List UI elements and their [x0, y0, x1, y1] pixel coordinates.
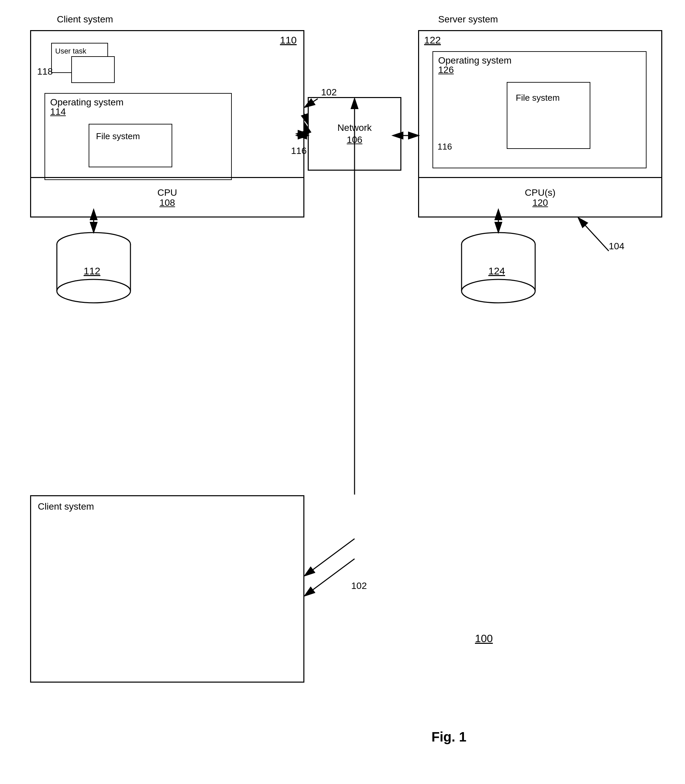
client-system-top-label: Client system — [57, 14, 113, 25]
cylinder-top-112 — [57, 233, 130, 256]
fs-box: File system — [89, 124, 172, 167]
server-cpu-id: 120 — [532, 197, 548, 208]
svg-line-3 — [304, 114, 308, 124]
fs-label: File system — [96, 131, 140, 142]
client-system-bottom-box: Client system — [30, 495, 304, 683]
client-box-id: 110 — [280, 34, 297, 46]
label-112: 112 — [84, 265, 100, 277]
client-system-bottom-label: Client system — [38, 501, 94, 512]
network-box: Network 106 — [308, 97, 401, 171]
network-label: Network — [338, 122, 372, 133]
arrow-102-bottom-1 — [305, 539, 355, 576]
cpu-divider — [31, 177, 304, 178]
cylinder-bottom-124 — [462, 280, 535, 303]
server-os-box: Operating system 126 File system — [432, 51, 646, 168]
arrow-network-to-client — [305, 124, 308, 134]
cpu-label: CPU — [157, 187, 177, 198]
server-system-label: Server system — [438, 14, 498, 25]
server-box-id: 122 — [424, 34, 441, 46]
os-id: 114 — [50, 106, 66, 117]
cylinder-body-112 — [57, 244, 130, 291]
arrow-102-top-label: 102 — [321, 87, 337, 98]
cylinder-body-124 — [462, 244, 535, 291]
user-task-box-2 — [71, 56, 115, 83]
label-104: 104 — [609, 241, 625, 251]
cylinder-top-124 — [462, 233, 535, 256]
cpu-id: 108 — [159, 197, 175, 208]
fig-label: Fig. 1 — [432, 729, 466, 745]
server-cpu-label: CPU(s) — [525, 187, 555, 198]
server-cpu-divider — [419, 177, 661, 178]
cylinder-bottom-112 — [57, 280, 130, 303]
server-system-box: 122 Operating system 126 File system 116… — [418, 30, 662, 218]
network-id: 106 — [347, 135, 362, 145]
arrow-104 — [579, 218, 609, 251]
server-fs-label: File system — [516, 93, 560, 103]
server-fs-box: File system — [507, 82, 590, 149]
figure-number: 100 — [475, 633, 493, 645]
user-task-group-id: 118 — [37, 66, 53, 77]
label-124: 124 — [489, 265, 505, 277]
server-os-id: 126 — [438, 65, 454, 75]
os-box: Operating system 114 File system — [44, 93, 232, 180]
arrow-102-bottom-2 — [305, 559, 355, 595]
server-conn-id: 116 — [437, 142, 452, 152]
label-102-bottom: 102 — [351, 581, 367, 591]
user-task-label: User task — [55, 47, 86, 55]
client-system-top-box: 110 User task 118 Operating system 114 F… — [30, 30, 304, 218]
